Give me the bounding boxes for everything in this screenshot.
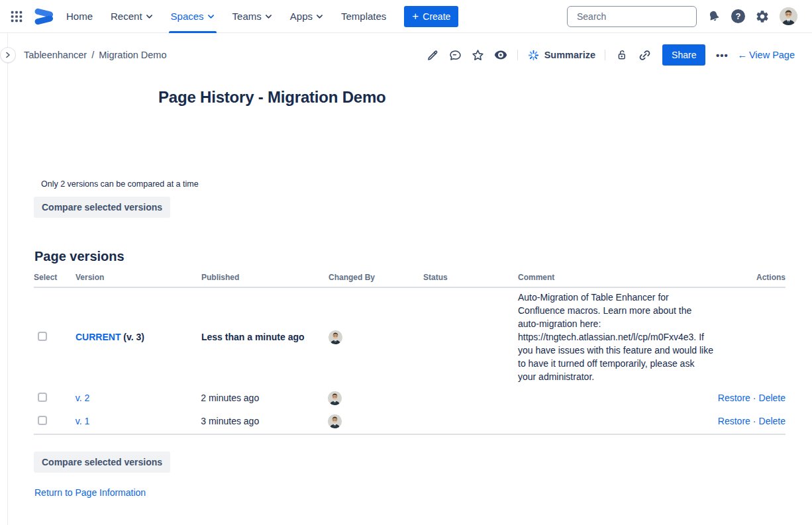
expand-sidebar-button[interactable]: [0, 47, 16, 63]
page-title: Page History - Migration Demo: [158, 88, 386, 107]
actions-cell: Restore·Delete: [718, 416, 786, 426]
star-button[interactable]: [467, 44, 489, 66]
chevron-down-icon: [207, 14, 215, 19]
compare-note: Only 2 versions can be compared at a tim…: [41, 179, 199, 189]
actions-cell: Restore·Delete: [718, 393, 786, 403]
arrow-left-icon: ←: [737, 50, 747, 60]
chevron-down-icon: [146, 14, 153, 19]
compare-selected-versions-button-top[interactable]: Compare selected versions: [34, 197, 170, 218]
gear-icon: [755, 9, 770, 24]
chevron-right-icon: [5, 52, 11, 58]
nav-item-label: Recent: [111, 11, 142, 22]
delete-link[interactable]: Delete: [759, 393, 786, 403]
notifications-button[interactable]: [707, 9, 721, 24]
nav-item-label: Teams: [232, 11, 262, 22]
copy-link-button[interactable]: [633, 44, 656, 66]
version-link[interactable]: v. 2: [76, 393, 90, 403]
nav-item-spaces[interactable]: Spaces: [171, 0, 215, 33]
nav-item-label: Spaces: [171, 11, 204, 22]
breadcrumb-separator: /: [91, 50, 94, 60]
return-to-page-information-link[interactable]: Return to Page Information: [34, 487, 146, 498]
version-number: (v. 3): [121, 332, 144, 342]
restrictions-button[interactable]: [611, 44, 633, 66]
header-status: Status: [423, 273, 518, 282]
table-row: CURRENT (v. 3) Less than a minute ago Au…: [34, 288, 786, 386]
changed-by-avatar[interactable]: [329, 330, 342, 344]
nav-item-teams[interactable]: Teams: [232, 0, 272, 33]
current-version-link[interactable]: CURRENT: [76, 332, 121, 342]
app-switcher-icon[interactable]: [7, 6, 26, 27]
actions-separator: ·: [753, 416, 756, 426]
table-row: v. 1 3 minutes ago Restore·Delete: [34, 410, 786, 435]
compare-selected-versions-button-bottom[interactable]: Compare selected versions: [34, 452, 170, 473]
create-button-label: Create: [423, 11, 450, 22]
edit-button[interactable]: [422, 44, 444, 66]
version-comment: Auto-Migration of Table Enhancer for Con…: [518, 288, 720, 386]
breadcrumb-page-link[interactable]: Migration Demo: [99, 50, 166, 60]
confluence-logo-icon[interactable]: [33, 8, 53, 25]
restore-link[interactable]: Restore: [718, 416, 750, 426]
header-changed-by: Changed By: [329, 273, 423, 282]
published-time: 3 minutes ago: [201, 416, 327, 426]
search-box[interactable]: [567, 6, 697, 27]
nav-item-apps[interactable]: Apps: [290, 0, 323, 33]
published-time: 2 minutes ago: [201, 393, 327, 403]
version-checkbox[interactable]: [38, 416, 47, 425]
search-input[interactable]: [577, 11, 697, 22]
version-checkbox[interactable]: [38, 393, 47, 402]
breadcrumb-space-link[interactable]: Tableenhancer: [24, 50, 87, 60]
grid-icon: [9, 9, 24, 24]
help-button[interactable]: ?: [731, 9, 745, 23]
view-page-link[interactable]: ← View Page: [737, 50, 795, 60]
header-published: Published: [201, 273, 329, 282]
link-icon: [638, 48, 652, 62]
ai-sparkle-icon: [527, 49, 540, 62]
watch-button[interactable]: [489, 44, 512, 66]
toolbar-divider: [517, 50, 518, 60]
nav-item-templates[interactable]: Templates: [341, 0, 386, 33]
top-navigation-bar: Home Recent Spaces Teams Apps Templates …: [0, 0, 812, 33]
star-icon: [471, 48, 485, 62]
settings-button[interactable]: [755, 9, 770, 24]
nav-item-home[interactable]: Home: [66, 0, 93, 33]
unlock-icon: [615, 48, 629, 62]
page-toolbar: Summarize Share ••• ← View Page: [422, 44, 795, 66]
pencil-icon: [426, 48, 440, 62]
version-checkbox[interactable]: [38, 332, 47, 341]
changed-by-avatar[interactable]: [328, 414, 342, 428]
topnav-right-controls: ?: [567, 6, 797, 27]
toolbar-divider: [605, 50, 605, 60]
nav-item-label: Templates: [341, 11, 386, 22]
primary-nav: Home Recent Spaces Teams Apps Templates: [66, 0, 386, 33]
page-versions-heading: Page versions: [34, 249, 125, 264]
header-comment: Comment: [518, 273, 720, 282]
table-header-row: Select Version Published Changed By Stat…: [34, 273, 786, 288]
bell-icon: [707, 9, 721, 24]
ellipsis-icon: •••: [716, 50, 729, 61]
user-avatar[interactable]: [780, 7, 797, 25]
changed-by-avatar[interactable]: [328, 391, 342, 405]
create-button[interactable]: + Create: [404, 6, 458, 27]
plus-icon: +: [412, 11, 419, 22]
version-link[interactable]: v. 1: [76, 416, 90, 426]
summarize-label: Summarize: [544, 50, 595, 60]
more-actions-button[interactable]: •••: [711, 44, 733, 66]
comment-button[interactable]: [444, 44, 467, 66]
summarize-button[interactable]: Summarize: [523, 49, 599, 62]
sidebar-rail: [7, 33, 8, 525]
nav-item-recent[interactable]: Recent: [111, 0, 153, 33]
question-mark-icon: ?: [731, 9, 745, 23]
view-page-label: View Page: [749, 50, 795, 60]
share-button[interactable]: Share: [662, 44, 705, 66]
header-version: Version: [76, 273, 201, 282]
nav-item-label: Apps: [290, 11, 313, 22]
published-time: Less than a minute ago: [201, 332, 329, 342]
nav-item-label: Home: [66, 11, 93, 22]
delete-link[interactable]: Delete: [759, 416, 786, 426]
breadcrumb: Tableenhancer / Migration Demo: [24, 50, 167, 60]
eye-icon: [493, 48, 508, 62]
chevron-down-icon: [316, 14, 323, 19]
header-actions: Actions: [720, 273, 786, 282]
restore-link[interactable]: Restore: [718, 393, 750, 403]
comment-icon: [448, 48, 462, 62]
